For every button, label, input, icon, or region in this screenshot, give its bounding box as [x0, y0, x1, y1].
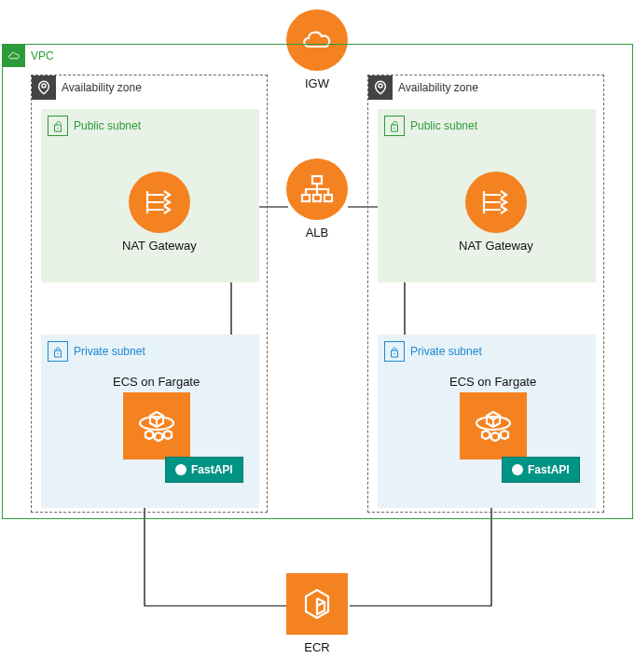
svg-point-0 — [42, 84, 46, 88]
load-balancer-icon — [286, 158, 348, 220]
svg-rect-11 — [324, 195, 332, 201]
svg-rect-10 — [313, 195, 321, 201]
vpc-container: VPC Availability zone Public subnet NAT … — [2, 44, 633, 519]
svg-rect-9 — [302, 195, 310, 201]
svg-point-6 — [393, 353, 394, 354]
availability-zone-left: Availability zone Public subnet NAT Gate… — [31, 75, 268, 513]
ecr-icon — [286, 573, 348, 635]
nat-gateway-label: NAT Gateway — [459, 239, 533, 253]
svg-point-1 — [57, 128, 58, 129]
svg-point-4 — [379, 84, 382, 88]
cloud-icon — [3, 45, 25, 67]
svg-point-5 — [393, 128, 394, 129]
private-subnet-right: Private subnet ECS on Fargate FastAPI — [378, 335, 596, 508]
ecs-fargate-icon — [460, 392, 527, 459]
public-subnet-right: Public subnet NAT Gateway — [378, 109, 596, 282]
private-subnet-label: Private subnet — [410, 345, 482, 358]
availability-zone-label: Availability zone — [398, 81, 478, 94]
fastapi-label: FastAPI — [191, 463, 233, 476]
vpc-label: VPC — [31, 49, 54, 62]
nat-gateway-icon — [465, 171, 527, 233]
availability-zone-right: Availability zone Public subnet NAT Gate… — [367, 75, 604, 513]
availability-zone-icon — [368, 75, 393, 100]
ecs-fargate-node: ECS on Fargate — [113, 375, 200, 459]
fastapi-badge: FastAPI — [502, 457, 580, 483]
fastapi-badge: FastAPI — [165, 457, 243, 483]
ecs-fargate-label: ECS on Fargate — [449, 375, 536, 389]
fastapi-label: FastAPI — [528, 463, 570, 476]
nat-gateway-node: NAT Gateway — [459, 171, 533, 253]
ecs-fargate-label: ECS on Fargate — [113, 375, 200, 389]
nat-gateway-label: NAT Gateway — [122, 239, 197, 253]
nat-gateway-node: NAT Gateway — [122, 171, 197, 253]
alb-node: ALB — [286, 158, 348, 240]
lock-open-icon — [48, 116, 68, 136]
public-subnet-left: Public subnet NAT Gateway — [41, 109, 259, 282]
public-subnet-label: Public subnet — [410, 119, 477, 132]
svg-point-2 — [57, 353, 58, 354]
ecr-node: ECR — [286, 573, 348, 654]
private-subnet-label: Private subnet — [74, 345, 145, 358]
lock-closed-icon — [48, 341, 68, 362]
availability-zone-icon — [32, 75, 56, 100]
alb-label: ALB — [306, 226, 329, 240]
ecs-fargate-icon — [123, 392, 190, 459]
public-subnet-label: Public subnet — [74, 119, 141, 132]
private-subnet-left: Private subnet ECS on Fargate FastAPI — [41, 335, 259, 508]
ecs-fargate-node: ECS on Fargate — [449, 375, 536, 459]
availability-zone-label: Availability zone — [62, 81, 142, 94]
ecr-label: ECR — [304, 640, 329, 654]
svg-rect-8 — [312, 176, 322, 184]
nat-gateway-icon — [129, 171, 190, 233]
lock-closed-icon — [384, 341, 405, 362]
lock-open-icon — [384, 116, 405, 136]
